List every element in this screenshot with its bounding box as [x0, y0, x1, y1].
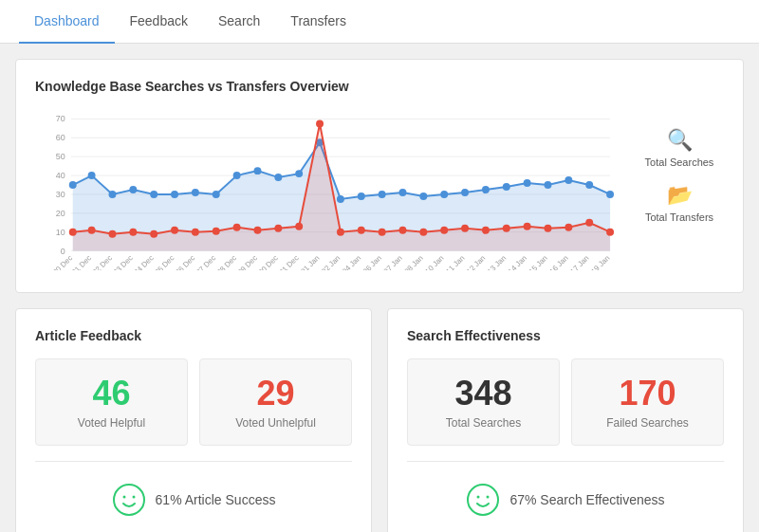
svg-point-34 — [419, 193, 427, 200]
chart-card: Knowledge Base Searches vs Transfers Ove… — [15, 59, 744, 293]
legend-searches-label: Total Searches — [645, 156, 714, 168]
article-success-text: 61% Article Success — [156, 492, 276, 507]
svg-point-52 — [213, 228, 220, 235]
chart-legend: 🔍 Total Searches 📂 Total Transfers — [620, 109, 724, 223]
svg-point-57 — [316, 119, 324, 127]
svg-text:10: 10 — [56, 228, 65, 237]
total-searches-number: 348 — [419, 375, 547, 413]
failed-searches-box: 170 Failed Searches — [571, 358, 724, 446]
svg-point-28 — [295, 170, 303, 177]
total-searches-box: 348 Total Searches — [407, 358, 560, 446]
svg-point-100 — [122, 495, 125, 498]
svg-text:20 Dec: 20 Dec — [51, 254, 74, 270]
search-success-text: 67% Search Effectiveness — [509, 492, 664, 507]
feedback-divider — [35, 461, 352, 462]
svg-point-43 — [606, 191, 614, 198]
svg-text:17 Jan: 17 Jan — [568, 254, 590, 270]
app-container: Dashboard Feedback Search Transfers Know… — [0, 0, 759, 532]
svg-point-56 — [295, 223, 303, 230]
svg-point-26 — [254, 167, 262, 174]
article-feedback-card: Article Feedback 46 Voted Helpful 29 Vot… — [15, 308, 372, 532]
svg-text:22 Dec: 22 Dec — [91, 254, 114, 270]
svg-text:50: 50 — [56, 152, 65, 161]
svg-point-54 — [254, 227, 262, 234]
svg-point-39 — [524, 179, 531, 187]
tab-bar: Dashboard Feedback Search Transfers — [0, 0, 759, 44]
chart-title: Knowledge Base Searches vs Transfers Ove… — [35, 79, 724, 94]
svg-point-67 — [524, 223, 531, 230]
search-effectiveness-card: Search Effectiveness 348 Total Searches … — [387, 308, 744, 532]
svg-point-103 — [477, 495, 480, 498]
tab-transfers[interactable]: Transfers — [275, 0, 361, 44]
svg-point-58 — [337, 229, 344, 236]
svg-point-19 — [108, 191, 116, 198]
svg-text:01 Jan: 01 Jan — [299, 254, 321, 270]
article-feedback-title: Article Feedback — [35, 328, 352, 343]
svg-point-60 — [379, 229, 386, 236]
svg-text:10 Jan: 10 Jan — [423, 254, 445, 270]
main-content: Knowledge Base Searches vs Transfers Ove… — [0, 44, 759, 532]
svg-text:20: 20 — [56, 209, 65, 218]
svg-text:04 Jan: 04 Jan — [341, 254, 362, 270]
svg-point-99 — [114, 485, 144, 515]
article-success-row: 61% Article Success — [35, 473, 352, 526]
search-effectiveness-metrics: 348 Total Searches 170 Failed Searches — [407, 358, 724, 446]
tab-search[interactable]: Search — [203, 0, 275, 44]
search-icon: 🔍 — [667, 128, 693, 153]
svg-point-59 — [358, 227, 365, 234]
bottom-cards-row: Article Feedback 46 Voted Helpful 29 Vot… — [15, 308, 744, 532]
svg-text:29 Dec: 29 Dec — [236, 254, 259, 270]
svg-point-65 — [482, 227, 490, 234]
svg-point-53 — [233, 224, 241, 231]
svg-point-37 — [482, 186, 490, 193]
svg-text:70: 70 — [56, 114, 65, 123]
search-effectiveness-title: Search Effectiveness — [407, 328, 724, 343]
svg-text:15 Jan: 15 Jan — [528, 254, 549, 270]
svg-point-42 — [585, 181, 593, 189]
search-success-row: 67% Search Effectiveness — [407, 473, 724, 526]
svg-point-64 — [461, 225, 469, 232]
svg-text:25 Dec: 25 Dec — [153, 254, 176, 270]
svg-point-33 — [399, 189, 407, 196]
svg-text:19 Jan: 19 Jan — [589, 254, 611, 270]
svg-point-49 — [150, 230, 157, 238]
svg-point-47 — [108, 230, 116, 238]
svg-text:16 Jan: 16 Jan — [548, 254, 570, 270]
svg-point-22 — [171, 191, 178, 198]
svg-point-102 — [468, 485, 498, 515]
svg-point-55 — [274, 225, 282, 232]
svg-point-46 — [88, 227, 96, 234]
svg-text:13 Jan: 13 Jan — [486, 254, 508, 270]
transfer-icon: 📂 — [667, 183, 693, 208]
failed-searches-number: 170 — [583, 375, 712, 413]
svg-point-35 — [440, 191, 448, 198]
svg-point-48 — [129, 229, 137, 236]
voted-unhelpful-label: Voted Unhelpful — [212, 416, 340, 430]
tab-feedback[interactable]: Feedback — [115, 0, 203, 44]
tab-dashboard[interactable]: Dashboard — [19, 0, 115, 44]
svg-point-70 — [585, 219, 593, 227]
svg-point-32 — [379, 191, 386, 198]
voted-helpful-number: 46 — [47, 375, 176, 413]
svg-point-18 — [88, 172, 96, 179]
search-divider — [407, 461, 724, 462]
svg-text:60: 60 — [56, 133, 65, 142]
svg-text:02 Jan: 02 Jan — [320, 254, 342, 270]
svg-point-36 — [461, 189, 469, 196]
svg-text:23 Dec: 23 Dec — [112, 254, 135, 270]
svg-text:30 Dec: 30 Dec — [257, 254, 280, 270]
svg-text:31 Dec: 31 Dec — [277, 254, 300, 270]
svg-text:24 Dec: 24 Dec — [132, 254, 155, 270]
legend-total-transfers: 📂 Total Transfers — [635, 183, 724, 223]
svg-point-38 — [503, 183, 510, 191]
svg-point-24 — [213, 191, 220, 198]
svg-text:0: 0 — [61, 247, 65, 256]
svg-point-17 — [69, 181, 77, 189]
article-feedback-metrics: 46 Voted Helpful 29 Voted Unhelpful — [35, 358, 352, 446]
voted-helpful-box: 46 Voted Helpful — [35, 358, 188, 446]
svg-text:12 Jan: 12 Jan — [465, 254, 487, 270]
failed-searches-label: Failed Searches — [583, 416, 712, 430]
svg-point-63 — [440, 227, 448, 234]
svg-point-68 — [545, 225, 552, 232]
svg-point-51 — [192, 229, 199, 236]
